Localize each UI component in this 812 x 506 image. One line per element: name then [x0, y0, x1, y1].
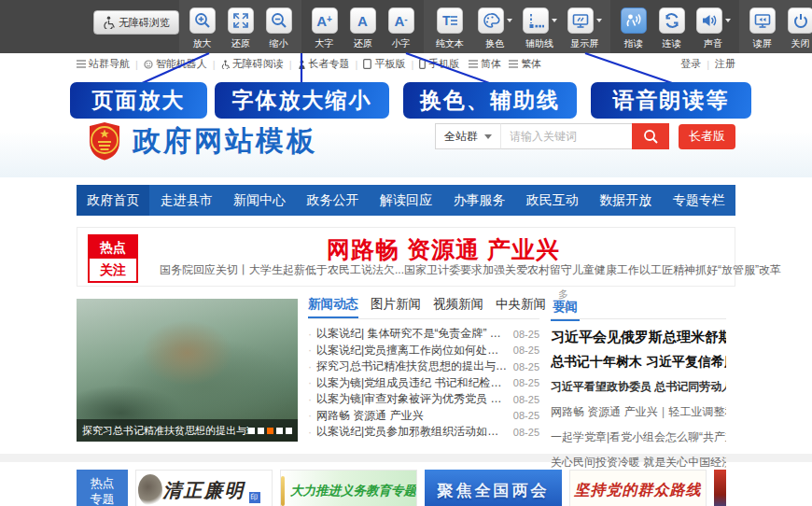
topic-banner-title: 清正廉明 [163, 478, 245, 503]
tab-important-news[interactable]: 要闻 [551, 295, 580, 321]
hot-focus-headline[interactable]: 网路畅 资源通 产业兴 [189, 234, 697, 265]
topic-banner-mass-line[interactable]: 坚持党的群众路线 [569, 470, 707, 506]
screen-reader-button[interactable]: 读屏 [746, 7, 778, 53]
callout-color-guides-label: 换色、辅助线 [420, 86, 560, 115]
close-toolbar-label: 关闭 [791, 37, 810, 50]
bullet-icon: · [308, 360, 312, 373]
tab-central-news[interactable]: 中央新闻 [496, 296, 546, 318]
bullet-icon: · [308, 376, 312, 389]
register-link[interactable]: 注册 [715, 57, 735, 71]
important-news-item[interactable]: 习近平看望政协委员 总书记同劳动人民在一起 [551, 379, 726, 395]
tab-news-dynamics[interactable]: 新闻动态 [308, 296, 358, 318]
carousel-dot[interactable] [248, 428, 255, 434]
sound-dropdown-arrow[interactable] [725, 19, 731, 22]
nav-label: 政民互动 [526, 192, 579, 209]
important-news-item[interactable]: 关心民间投资冷暖 就是关心中国经济冷暖 [551, 455, 726, 471]
sound-button[interactable]: 声音 [693, 7, 733, 53]
carousel-dot[interactable] [286, 428, 292, 434]
news-carousel[interactable]: 探究习总书记精准扶贫思想的提出与理论基础 [77, 299, 298, 442]
carousel-dot[interactable] [258, 428, 264, 434]
search-button[interactable] [632, 123, 669, 149]
tab-photo-news[interactable]: 图片新闻 [371, 296, 421, 318]
expand-arrows-icon [231, 11, 250, 30]
wheelchair-icon [221, 60, 230, 69]
font-shrink-button[interactable]: A- 小字 [385, 7, 417, 53]
color-swap-button[interactable]: 换色 [475, 7, 514, 53]
nav-item-special-columns[interactable]: 专题专栏 [663, 185, 735, 216]
news-list-item[interactable]: ·以案为镜|党组成员违纪 书记和纪检组长被问责08-25 [308, 375, 539, 392]
zoom-reset-button[interactable]: 还原 [224, 7, 257, 53]
nav-item-news-center[interactable]: 新闻中心 [223, 185, 296, 216]
carousel-dot-active[interactable] [267, 428, 273, 434]
tab-video-news[interactable]: 视频新闻 [433, 296, 483, 318]
point-read-icon [624, 11, 643, 30]
news-date: 08-25 [513, 329, 539, 340]
news-list-item[interactable]: ·探究习总书记精准扶贫思想的提出与理论基础08-25 [308, 358, 539, 375]
plain-text-button[interactable]: T 纯文本 [430, 7, 469, 53]
display-screen-dropdown-arrow[interactable] [596, 19, 602, 22]
carousel-dot[interactable] [276, 428, 283, 434]
utility-mobile-version[interactable]: 手机版 [419, 57, 459, 71]
continuous-read-label: 连读 [663, 37, 681, 50]
nav-item-home[interactable]: 政府首页 [77, 185, 149, 216]
elder-version-button[interactable]: 长者版 [679, 124, 735, 149]
utility-tablet-version[interactable]: 平板版 [363, 57, 405, 71]
topic-banner-partial[interactable] [714, 470, 726, 506]
callout-voice-reading-label: 语音朗读等 [613, 86, 730, 115]
search-input[interactable] [501, 123, 632, 149]
site-logo[interactable]: 政府网站模板 [86, 121, 317, 161]
utility-robot[interactable]: 智能机器人 [144, 57, 207, 71]
important-news-item[interactable]: 网路畅 资源通 产业兴｜轻工业调整和振兴规划 [551, 404, 726, 420]
font-enlarge-button[interactable]: A+ 大字 [308, 7, 341, 53]
color-swap-dropdown-arrow[interactable] [507, 19, 512, 22]
point-read-button[interactable]: 指读 [617, 7, 650, 53]
nav-item-gov-affairs[interactable]: 政务公开 [296, 185, 369, 216]
utility-simplified-chinese[interactable]: 简体 [469, 57, 501, 71]
utility-accessible-reading-label: 无障碍阅读 [232, 57, 284, 71]
display-screen-button[interactable]: 显示屏 [565, 7, 604, 53]
topic-banner-two-sessions[interactable]: 聚焦全国两会 [425, 470, 562, 506]
news-list-item[interactable]: ·以案说纪| 集体研究不是“免责金牌” 违规发放津补贴被...08-25 [308, 326, 539, 343]
news-list-item[interactable]: ·以案为镜|审查对象被评为优秀党员 镇党委6人被问责08-25 [308, 391, 539, 408]
news-list-item[interactable]: ·以案说纪|党员擅离工作岗位如何处分？08-25 [308, 343, 539, 359]
hot-focus-link[interactable]: 以工匠精神抓好“放管服”改革 [639, 262, 781, 278]
accessibility-browse-button[interactable]: 无障碍浏览 [93, 10, 179, 35]
news-title: 以案说纪|党员擅离工作岗位如何处分？ [316, 343, 508, 358]
news-list-item[interactable]: ·以案说纪|党员参加邪教组织活动如何处分？08-25 [308, 424, 539, 441]
topic-banner-education[interactable]: 大力推进义务教育专题 [280, 470, 417, 506]
font-reset-button[interactable]: A 还原 [346, 7, 379, 53]
zoom-out-button[interactable]: 缩小 [262, 7, 295, 53]
font-reset-label: 还原 [354, 37, 372, 50]
news-list-item[interactable]: ·网路畅 资源通 产业兴08-25 [308, 408, 539, 425]
nav-item-interpretation[interactable]: 解读回应 [370, 185, 442, 216]
news-date: 08-25 [513, 410, 539, 421]
news-date: 08-25 [513, 427, 539, 438]
guide-lines-button[interactable]: 辅助线 [520, 7, 559, 53]
zoom-reset-label: 还原 [231, 37, 250, 50]
bullet-icon: · [308, 409, 312, 422]
continuous-read-button[interactable]: 连读 [655, 7, 688, 53]
separator: | [707, 59, 709, 70]
nav-item-county[interactable]: 走进县市 [149, 185, 222, 216]
hot-focus-badge-bottom: 关注 [90, 259, 136, 281]
nav-item-interaction[interactable]: 政民互动 [516, 185, 589, 216]
important-news-item[interactable]: 总书记十年树木 习近平复信希腊学者 [551, 354, 726, 371]
nav-item-services[interactable]: 办事服务 [442, 185, 515, 216]
magnifier-plus-icon [193, 11, 212, 30]
hot-focus-link[interactable]: 国务院回应关切丨大学生起薪低于农民工说法欠... [160, 262, 404, 278]
guide-lines-dropdown-arrow[interactable] [552, 19, 557, 22]
utility-elder-special[interactable]: 长者专题 [298, 57, 350, 71]
important-news-item[interactable]: 习近平会见俄罗斯总理米舒斯京 [551, 329, 726, 346]
hot-focus-link[interactable]: 国家卫计委要求加强关爱农村留守儿童健康工作 [404, 262, 639, 278]
nav-item-open-data[interactable]: 数据开放 [589, 185, 662, 216]
important-news-item[interactable]: 一起学党章|看党小组会怎么聊“共产主义渺茫论 [551, 429, 726, 445]
utility-sites-nav[interactable]: 站群导航 [77, 57, 130, 71]
carousel-caption[interactable]: 探究习总书记精准扶贫思想的提出与理论基础 [82, 424, 248, 438]
utility-accessible-reading[interactable]: 无障碍阅读 [221, 57, 284, 71]
topic-banner-integrity[interactable]: 清正廉明 印 [135, 470, 273, 506]
close-toolbar-button[interactable]: 关闭 [784, 7, 812, 53]
zoom-in-button[interactable]: 放大 [186, 7, 218, 53]
search-scope-select[interactable]: 全站群 [435, 123, 501, 149]
utility-traditional-chinese[interactable]: 繁体 [509, 57, 541, 71]
login-link[interactable]: 登录 [680, 57, 701, 71]
